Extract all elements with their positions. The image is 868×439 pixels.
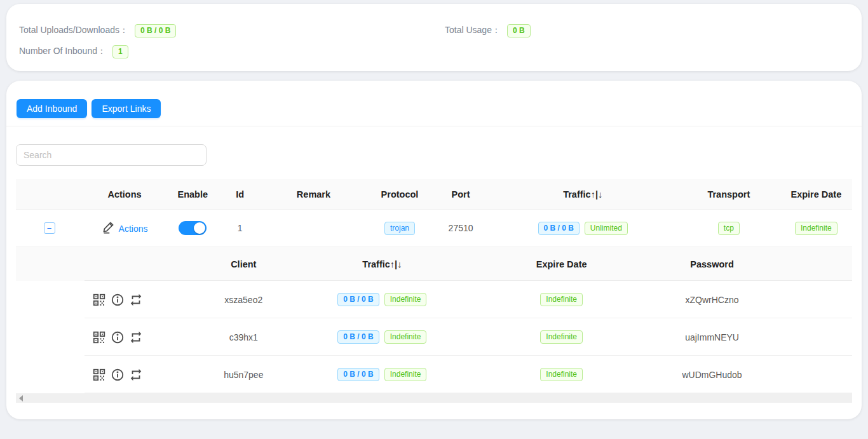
client-traffic-used-badge: 0 B / 0 B: [337, 368, 379, 381]
client-password: uajImmNEYU: [668, 332, 756, 342]
client-name: c39hx1: [178, 332, 309, 342]
info-circle-icon[interactable]: [111, 368, 125, 382]
client-subtable: Client Traffic↑|↓ Expire Date Password: [16, 247, 852, 393]
scroll-left-arrow-icon[interactable]: [19, 395, 23, 402]
client-traffic-used-badge: 0 B / 0 B: [337, 330, 379, 344]
header-id: Id: [219, 189, 261, 199]
add-inbound-button[interactable]: Add Inbound: [17, 99, 87, 118]
stats-card: Total Uploads/Downloads： 0 B / 0 B Total…: [6, 4, 862, 71]
header-transport: Transport: [677, 189, 780, 199]
header-protocol: Protocol: [366, 189, 433, 199]
info-circle-icon[interactable]: [111, 293, 125, 307]
client-expire-badge: Indefinite: [540, 368, 583, 381]
transport-badge: tcp: [718, 222, 740, 235]
reset-traffic-icon[interactable]: [129, 368, 143, 382]
actions-link-label: Actions: [119, 224, 148, 234]
client-table-header: Client Traffic↑|↓ Expire Date Password: [16, 247, 852, 281]
client-traffic-limit-badge: Indefinite: [384, 368, 427, 381]
traffic-used-badge: 0 B / 0 B: [538, 222, 580, 235]
stat-uploads-downloads: Total Uploads/Downloads： 0 B / 0 B: [19, 23, 445, 38]
client-expire-badge: Indefinite: [540, 330, 583, 344]
client-traffic-limit-badge: Indefinite: [384, 330, 427, 344]
collapse-row-button[interactable]: −: [44, 222, 55, 234]
inbound-port: 27510: [433, 223, 489, 233]
inbounds-table-header: Actions Enable Id Remark Protocol Port T…: [16, 179, 852, 210]
header-expire-date: Expire Date: [780, 189, 852, 199]
sub-header-client: Client: [178, 259, 309, 269]
traffic-limit-badge: Unlimited: [585, 222, 628, 235]
number-of-inbound-label: Number Of Inbound：: [19, 46, 106, 57]
client-row: c39hx1 0 B / 0 B Indefinite Indefinite u…: [16, 318, 852, 356]
header-remark: Remark: [261, 189, 367, 199]
inbound-id: 1: [219, 223, 261, 233]
client-password: wUDmGHudob: [668, 370, 756, 380]
search-input[interactable]: [16, 144, 207, 166]
client-traffic-limit-badge: Indefinite: [384, 293, 427, 306]
stat-total-usage: Total Usage： 0 B: [445, 23, 849, 38]
toolbar: Add Inbound Export Links: [6, 81, 862, 126]
edit-pencil-icon: [102, 220, 115, 234]
client-traffic-used-badge: 0 B / 0 B: [337, 293, 379, 306]
reset-traffic-icon[interactable]: [129, 330, 143, 344]
info-circle-icon[interactable]: [111, 330, 125, 344]
export-links-button[interactable]: Export Links: [92, 99, 161, 118]
client-name: xsza5eo2: [178, 295, 309, 305]
client-name: hu5n7pee: [178, 370, 309, 380]
client-row: hu5n7pee 0 B / 0 B Indefinite Indefinite…: [16, 356, 852, 393]
total-usage-value-badge: 0 B: [507, 24, 531, 37]
client-row: xsza5eo2 0 B / 0 B Indefinite Indefinite…: [16, 281, 852, 318]
enable-toggle[interactable]: [179, 221, 207, 235]
qr-code-icon[interactable]: [92, 368, 106, 382]
header-enable: Enable: [166, 189, 219, 199]
stat-number-of-inbound: Number Of Inbound： 1: [19, 44, 445, 59]
header-port: Port: [433, 189, 489, 199]
sub-header-expire-date: Expire Date: [456, 259, 668, 269]
sub-header-password: Password: [668, 259, 756, 269]
client-password: xZQwrHCzno: [668, 295, 756, 305]
protocol-badge: trojan: [384, 222, 415, 235]
reset-traffic-icon[interactable]: [129, 293, 143, 307]
header-traffic-sort[interactable]: Traffic↑|↓: [488, 189, 677, 199]
inbound-row: − Actions: [16, 210, 852, 247]
uploads-downloads-value-badge: 0 B / 0 B: [135, 24, 176, 37]
number-of-inbound-value-badge: 1: [112, 45, 128, 58]
total-usage-label: Total Usage：: [445, 25, 501, 36]
horizontal-scrollbar[interactable]: [16, 393, 852, 403]
expire-date-badge: Indefinite: [795, 222, 837, 235]
sub-header-traffic-sort[interactable]: Traffic↑|↓: [309, 259, 455, 269]
inbounds-table: Actions Enable Id Remark Protocol Port T…: [16, 179, 852, 403]
client-expire-badge: Indefinite: [540, 293, 583, 306]
header-actions: Actions: [83, 189, 166, 199]
uploads-downloads-label: Total Uploads/Downloads：: [19, 25, 128, 36]
inbounds-card: Add Inbound Export Links Actions Enable …: [6, 81, 862, 419]
actions-dropdown[interactable]: Actions: [102, 220, 148, 234]
qr-code-icon[interactable]: [92, 330, 106, 344]
qr-code-icon[interactable]: [92, 293, 106, 307]
